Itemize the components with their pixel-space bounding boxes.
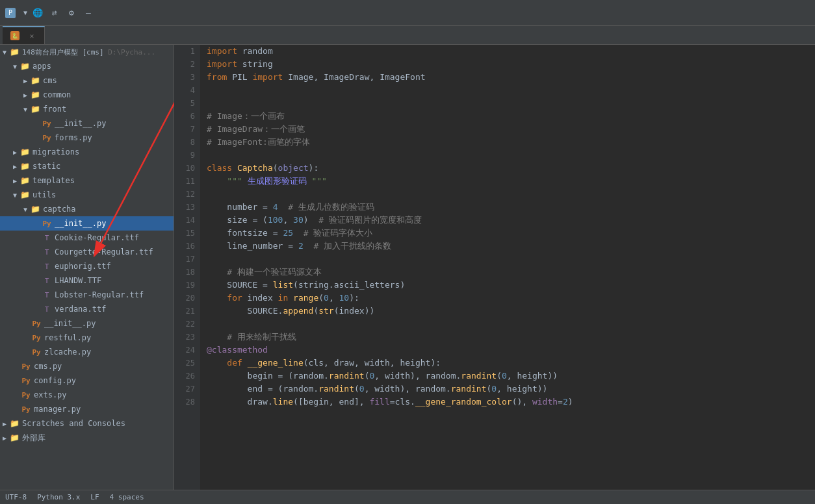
line-number-22: 22	[179, 318, 195, 331]
sidebar-item-apps[interactable]: ▼📁apps	[0, 59, 174, 73]
sidebar-item-templates[interactable]: ▶📁templates	[0, 173, 174, 188]
code-line-7: # ImageDraw：一个画笔	[207, 123, 809, 136]
minus-icon[interactable]: —	[82, 6, 95, 19]
line-number-14: 14	[179, 214, 195, 227]
line-number-10: 10	[179, 162, 195, 175]
line-numbers: 1234567891011121314151617181920212223242…	[174, 45, 200, 490]
sidebar-item-forms[interactable]: Pyforms.py	[0, 131, 174, 145]
code-line-9	[207, 149, 809, 162]
line-number-5: 5	[179, 97, 195, 110]
sidebar-item-front[interactable]: ▼📁front	[0, 102, 174, 116]
project-icon: P	[5, 8, 16, 18]
code-line-20: for index in range(0, 10):	[207, 292, 809, 305]
sidebar-item-init_captcha[interactable]: Py__init__.py	[0, 216, 174, 231]
tab-file-icon: 🐍	[10, 31, 19, 40]
sidebar-item-init_front[interactable]: Py__init__.py	[0, 116, 174, 131]
line-number-24: 24	[179, 344, 195, 357]
line-number-28: 28	[179, 396, 195, 409]
code-line-17	[207, 253, 809, 266]
code-line-12	[207, 188, 809, 201]
line-number-26: 26	[179, 370, 195, 383]
code-line-24: @classmethod	[207, 344, 809, 357]
line-number-1: 1	[179, 45, 195, 58]
code-line-25: def __gene_line(cls, draw, width, height…	[207, 357, 809, 370]
sidebar-item-restful[interactable]: Pyrestful.py	[0, 331, 174, 345]
titlebar: P ▼ 🌐 ⇄ ⚙ —	[0, 0, 815, 26]
sidebar-item-utils[interactable]: ▼📁utils	[0, 188, 174, 202]
sidebar-item-cms_py[interactable]: Pycms.py	[0, 359, 174, 373]
sidebar-item-cms[interactable]: ▶📁cms	[0, 73, 174, 88]
code-line-10: class Captcha(object):	[207, 162, 809, 175]
sidebar-item-zlcache[interactable]: Pyzlcache.py	[0, 345, 174, 359]
line-number-6: 6	[179, 110, 195, 123]
line-number-21: 21	[179, 305, 195, 318]
sidebar-item-euphorig_ttf[interactable]: Teuphorig.ttf	[0, 259, 174, 273]
sidebar-item-manager_py[interactable]: Pymanager.py	[0, 402, 174, 416]
globe-icon[interactable]: 🌐	[31, 6, 44, 19]
code-line-5	[207, 97, 809, 110]
line-number-18: 18	[179, 266, 195, 279]
code-line-4	[207, 84, 809, 97]
sidebar-item-external[interactable]: ▶📁外部库	[0, 431, 174, 445]
sidebar-item-captcha[interactable]: ▼📁captcha	[0, 202, 174, 216]
code-line-1: import random	[207, 45, 809, 58]
sidebar-item-cookie_ttf[interactable]: TCookie-Regular.ttf	[0, 231, 174, 245]
sidebar-item-lobster_ttf[interactable]: TLobster-Regular.ttf	[0, 288, 174, 302]
line-number-20: 20	[179, 292, 195, 305]
sidebar-item-verdana_ttf[interactable]: Tverdana.ttf	[0, 302, 174, 316]
tab-init-py[interactable]: 🐍 ✕	[3, 26, 45, 44]
line-number-19: 19	[179, 279, 195, 292]
gear-icon[interactable]: ⚙	[65, 6, 78, 19]
line-number-13: 13	[179, 201, 195, 214]
bottom-bar: UTF-8 Python 3.x LF 4 spaces	[0, 490, 815, 504]
line-number-3: 3	[179, 71, 195, 84]
tab-bar: 🐍 ✕	[0, 26, 815, 45]
sidebar-item-scratches[interactable]: ▶📁Scratches and Consoles	[0, 416, 174, 431]
line-number-17: 17	[179, 253, 195, 266]
editor: 1234567891011121314151617181920212223242…	[174, 45, 815, 490]
code-line-15: fontsize = 25 # 验证码字体大小	[207, 227, 809, 240]
code-line-2: import string	[207, 58, 809, 71]
split-icon[interactable]: ⇄	[48, 6, 61, 19]
line-number-7: 7	[179, 123, 195, 136]
dropdown-arrow-icon[interactable]: ▼	[23, 9, 27, 16]
code-line-8: # ImageFont:画笔的字体	[207, 136, 809, 149]
code-line-18: # 构建一个验证码源文本	[207, 266, 809, 279]
line-number-8: 8	[179, 136, 195, 149]
code-line-21: SOURCE.append(str(index))	[207, 305, 809, 318]
sidebar-root[interactable]: ▼ 📁 148前台用户模型 [cms] D:\Pycha...	[0, 45, 174, 59]
sidebar-item-common[interactable]: ▶📁common	[0, 88, 174, 102]
code-line-16: line_number = 2 # 加入干扰线的条数	[207, 240, 809, 253]
sidebar-item-static[interactable]: ▶📁static	[0, 159, 174, 173]
code-line-19: SOURCE = list(string.ascii_letters)	[207, 279, 809, 292]
sidebar-item-migrations[interactable]: ▶📁migrations	[0, 145, 174, 159]
line-number-23: 23	[179, 331, 195, 344]
sidebar-item-config_py[interactable]: Pyconfig.py	[0, 373, 174, 388]
code-line-23: # 用来绘制干扰线	[207, 331, 809, 344]
sidebar-item-lhandw_ttf[interactable]: TLHANDW.TTF	[0, 273, 174, 288]
code-line-13: number = 4 # 生成几位数的验证码	[207, 201, 809, 214]
code-content[interactable]: import randomimport stringfrom PIL impor…	[200, 45, 815, 490]
code-line-14: size = (100, 30) # 验证码图片的宽度和高度	[207, 214, 809, 227]
code-line-27: end = (random.randint(0, width), random.…	[207, 383, 809, 396]
line-number-11: 11	[179, 175, 195, 188]
line-number-25: 25	[179, 357, 195, 370]
code-line-11: """ 生成图形验证码 """	[207, 175, 809, 188]
code-line-3: from PIL import Image, ImageDraw, ImageF…	[207, 71, 809, 84]
line-number-2: 2	[179, 58, 195, 71]
code-line-22	[207, 318, 809, 331]
sidebar-item-courgette_ttf[interactable]: TCourgette-Regular.ttf	[0, 245, 174, 259]
sidebar-item-exts_py[interactable]: Pyexts.py	[0, 388, 174, 402]
line-number-27: 27	[179, 383, 195, 396]
code-line-26: begin = (random.randint(0, width), rando…	[207, 370, 809, 383]
code-line-28: draw.line([begin, end], fill=cls.__gene_…	[207, 396, 809, 409]
line-number-9: 9	[179, 149, 195, 162]
sidebar-item-init_utils[interactable]: Py__init__.py	[0, 316, 174, 331]
code-line-6: # Image：一个画布	[207, 110, 809, 123]
line-number-12: 12	[179, 188, 195, 201]
line-number-4: 4	[179, 84, 195, 97]
line-number-15: 15	[179, 227, 195, 240]
line-number-16: 16	[179, 240, 195, 253]
tab-close-icon[interactable]: ✕	[27, 31, 36, 40]
sidebar: ▼ 📁 148前台用户模型 [cms] D:\Pycha... ▼📁apps▶📁…	[0, 45, 174, 490]
